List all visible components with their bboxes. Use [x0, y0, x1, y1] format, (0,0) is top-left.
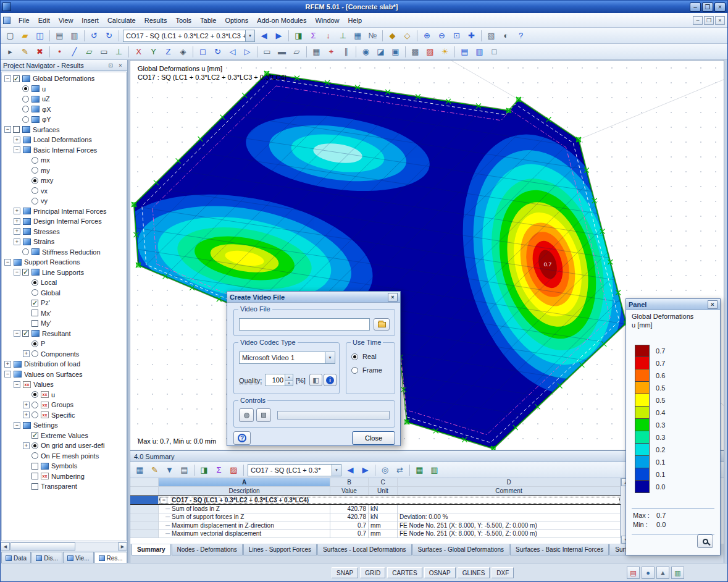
- show-colors-button[interactable]: ▨: [227, 463, 241, 477]
- snap-toggle-button[interactable]: ⌖: [324, 45, 338, 59]
- tree-item[interactable]: my: [2, 166, 126, 176]
- radio-selected[interactable]: [22, 85, 29, 92]
- radio-unselected[interactable]: [31, 402, 38, 408]
- panel-close-icon[interactable]: ×: [708, 300, 718, 309]
- search-table-button[interactable]: ◎: [378, 463, 392, 477]
- view-y-button[interactable]: Y: [146, 45, 161, 59]
- guidelines-toggle-button[interactable]: ∥: [339, 45, 353, 59]
- table-settings-button[interactable]: ▦: [133, 463, 147, 477]
- tree-item[interactable]: +xxSpecific: [2, 410, 126, 421]
- transparent-mode-button[interactable]: ▱: [290, 45, 304, 59]
- tree-item[interactable]: vy: [2, 196, 126, 206]
- radio-selected[interactable]: [351, 353, 358, 360]
- expand-icon[interactable]: +: [4, 361, 11, 368]
- help-button[interactable]: ?: [233, 431, 251, 445]
- checkbox-checked[interactable]: [22, 269, 29, 276]
- display-properties-button[interactable]: ▧: [484, 29, 498, 43]
- table-tab-surfaces-local-deformations[interactable]: Surfaces - Local Deformations: [317, 544, 412, 555]
- zoom-extents-button[interactable]: ◻: [196, 45, 210, 59]
- checkbox-checked[interactable]: [13, 75, 20, 82]
- full-screen-button[interactable]: □: [487, 45, 501, 59]
- radio-unselected[interactable]: [31, 157, 38, 164]
- tables-toggle-button[interactable]: ▤: [458, 45, 472, 59]
- statusbar-toggle-cartes[interactable]: CARTES: [387, 567, 422, 578]
- menu-help[interactable]: Help: [344, 15, 367, 25]
- supports-button[interactable]: ⊥: [336, 29, 350, 43]
- tree-item[interactable]: uZ: [2, 94, 126, 104]
- radio-unselected[interactable]: [31, 198, 38, 205]
- load-case-combo[interactable]: CO17 - SQ (LC1 + 0.3*LC2 + 0.3*LC3 + ▼: [123, 30, 255, 42]
- dialog-title-bar[interactable]: Create Video File ×: [227, 292, 400, 303]
- undo-button[interactable]: ↺: [87, 29, 101, 43]
- quality-stepper[interactable]: ▲▼: [265, 374, 293, 386]
- collapse-icon[interactable]: −: [14, 146, 20, 153]
- navigator-tab-vie[interactable]: Vie...: [63, 552, 94, 564]
- next-load-case-button[interactable]: ▶: [272, 29, 286, 43]
- background-color-button[interactable]: ▩: [408, 45, 422, 59]
- new-model-button[interactable]: ▢: [3, 29, 17, 43]
- statusbar-toggle-grid[interactable]: GRID: [360, 567, 385, 578]
- tree-item[interactable]: +xxGroups: [2, 400, 126, 410]
- panel-color-scale-button[interactable]: ▤: [627, 567, 640, 579]
- navigator-tab-res[interactable]: Res...: [94, 552, 127, 564]
- table-group-row[interactable]: −CO17 - SQ (LC1 + 0.3*LC2 + 0.3*LC3 + 0.…: [130, 496, 621, 505]
- menu-calculate[interactable]: Calculate: [103, 15, 140, 25]
- tree-item[interactable]: +Design Internal Forces: [2, 216, 126, 227]
- close-icon[interactable]: ×: [714, 2, 726, 12]
- dialog-close-icon[interactable]: ×: [388, 293, 398, 302]
- navigator-hscrollbar[interactable]: ◀ ▶: [1, 542, 127, 550]
- mdi-close-icon[interactable]: ×: [715, 16, 725, 25]
- tree-item[interactable]: Pz': [2, 298, 126, 308]
- radio-unselected[interactable]: [351, 367, 358, 374]
- checkbox-unchecked[interactable]: [31, 320, 38, 327]
- project-help-button[interactable]: ?: [514, 29, 528, 43]
- codec-select[interactable]: Microsoft Video 1 ▼: [239, 352, 335, 364]
- expand-icon[interactable]: +: [14, 208, 20, 214]
- zoom-out-button[interactable]: ⊖: [435, 29, 449, 43]
- tree-item[interactable]: −Values on Surfaces: [2, 369, 126, 380]
- tree-item[interactable]: −Resultant: [2, 329, 126, 339]
- panel-options-button[interactable]: [697, 534, 713, 548]
- edit-button[interactable]: ✎: [18, 45, 32, 59]
- mdi-restore-icon[interactable]: ❒: [704, 16, 714, 25]
- statusbar-toggle-dxf[interactable]: DXF: [492, 567, 514, 578]
- pin-icon[interactable]: ⊡: [106, 61, 115, 69]
- export-csv-button[interactable]: ▥: [427, 463, 441, 477]
- save-model-button[interactable]: ◫: [33, 29, 47, 43]
- tree-item[interactable]: φX: [2, 104, 126, 115]
- solid-mode-button[interactable]: ▬: [275, 45, 289, 59]
- radio-unselected[interactable]: [31, 167, 38, 174]
- new-surface-button[interactable]: ▱: [82, 45, 96, 59]
- menu-insert[interactable]: Insert: [77, 15, 103, 25]
- column-header-a[interactable]: A: [159, 478, 330, 486]
- edit-table-button[interactable]: ✎: [148, 463, 162, 477]
- next-view-button[interactable]: ▷: [240, 45, 254, 59]
- tree-item[interactable]: u: [2, 84, 126, 95]
- visibility-button[interactable]: ◉: [359, 45, 373, 59]
- collapse-icon[interactable]: −: [14, 330, 20, 337]
- checkbox-unchecked[interactable]: [31, 463, 38, 470]
- checkbox-unchecked[interactable]: [31, 310, 38, 316]
- delete-button[interactable]: ✖: [33, 45, 47, 59]
- print-table-button[interactable]: ▤: [177, 463, 191, 477]
- extreme-values-toggle-button[interactable]: Σ: [212, 463, 226, 477]
- menu-results[interactable]: Results: [140, 15, 172, 25]
- redo-button[interactable]: ↻: [102, 29, 116, 43]
- frame-radio[interactable]: Frame: [351, 366, 382, 374]
- previous-table-button[interactable]: ◀: [343, 463, 358, 477]
- statusbar-toggle-osnap[interactable]: OSNAP: [424, 567, 456, 578]
- table-row[interactable]: ─Sum of support forces in Z420.78kNDevia…: [130, 513, 621, 522]
- radio-selected[interactable]: [31, 442, 38, 449]
- chevron-down-icon[interactable]: ▼: [325, 352, 335, 363]
- codec-settings-button[interactable]: ◧: [309, 374, 322, 386]
- navigator-tab-dis[interactable]: Dis...: [31, 552, 62, 564]
- statusbar-toggle-snap[interactable]: SNAP: [332, 567, 358, 578]
- view-z-button[interactable]: Z: [161, 45, 175, 59]
- table-row[interactable]: ─Sum of loads in Z420.78kN: [130, 505, 621, 513]
- tree-item[interactable]: +On grid and user-defi: [2, 441, 126, 451]
- radio-selected[interactable]: [31, 177, 38, 184]
- record-button[interactable]: [239, 408, 254, 422]
- tree-item[interactable]: −Basic Internal Forces: [2, 145, 126, 156]
- tree-item[interactable]: Global: [2, 288, 126, 298]
- fe-mesh-button[interactable]: ▦: [351, 29, 365, 43]
